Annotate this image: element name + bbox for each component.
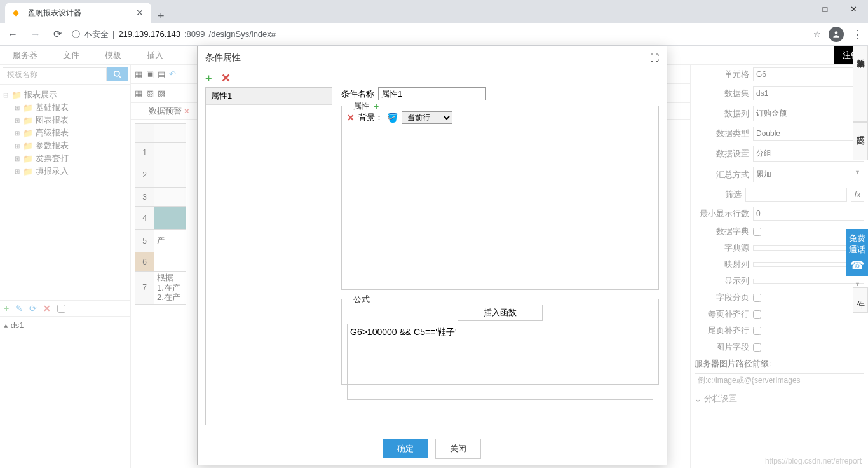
bookmark-icon[interactable]: ☆ <box>813 29 821 39</box>
minimize-icon[interactable]: — <box>635 53 644 63</box>
browser-navbar: ← → ⟳ ⓘ 不安全 | 219.139.176.143:8099/desig… <box>0 23 868 46</box>
formula-textarea[interactable]: G6>100000 && C5=='鞋子' <box>347 324 653 400</box>
tab-title: 盈帆报表设计器 <box>28 8 131 18</box>
window-maximize[interactable]: □ <box>811 0 839 18</box>
browser-tabstrip: ◆ 盈帆报表设计器 ✕ + <box>0 0 868 23</box>
forward-icon: → <box>28 26 43 43</box>
window-close[interactable]: ✕ <box>839 0 868 18</box>
condition-list: 属性1 <box>205 87 332 425</box>
phone-icon: ☎ <box>848 258 867 272</box>
back-icon[interactable]: ← <box>5 26 20 43</box>
insert-function-button[interactable]: 插入函数 <box>458 305 543 321</box>
close-button[interactable]: 关闭 <box>435 439 481 459</box>
ok-button[interactable]: 确定 <box>383 439 428 458</box>
svg-point-0 <box>835 31 838 34</box>
side-tab-datacell[interactable]: 数据单元格 <box>853 46 868 122</box>
condition-name-input[interactable] <box>378 87 486 100</box>
maximize-icon[interactable]: ⛶ <box>650 53 659 63</box>
side-tab-advanced[interactable]: 高级 <box>853 122 868 160</box>
url-host: 219.139.176.143 <box>118 29 180 39</box>
window-minimize[interactable]: — <box>782 0 811 18</box>
new-tab-button[interactable]: + <box>151 10 171 23</box>
security-warning: 不安全 <box>84 29 109 40</box>
favicon-icon: ◆ <box>13 8 23 18</box>
delete-condition-icon[interactable]: ✕ <box>221 71 231 85</box>
bg-target-select[interactable]: 当前行 <box>402 111 452 124</box>
browser-tab[interactable]: ◆ 盈帆报表设计器 ✕ <box>5 3 151 23</box>
side-tab-condition[interactable]: 件 <box>853 287 868 313</box>
paint-bucket-icon[interactable]: 🪣 <box>387 113 398 123</box>
menu-icon[interactable]: ⋮ <box>851 27 863 41</box>
dialog-titlebar[interactable]: 条件属性 — ⛶ <box>198 46 667 69</box>
add-condition-icon[interactable]: + <box>205 72 212 85</box>
dialog-title: 条件属性 <box>205 52 628 64</box>
profile-avatar[interactable] <box>829 27 844 42</box>
attribute-row: ✕ 背景： 🪣 当前行 <box>347 111 653 124</box>
url-bar[interactable]: ⓘ 不安全 | 219.139.176.143:8099/designSys/i… <box>72 29 806 40</box>
formula-fieldset: 公式 插入函数 G6>100000 && C5=='鞋子' <box>341 299 659 385</box>
attributes-fieldset: 属性+ ✕ 背景： 🪣 当前行 <box>341 106 659 290</box>
delete-attr-icon[interactable]: ✕ <box>347 113 355 123</box>
condition-property-dialog: 条件属性 — ⛶ + ✕ 属性1 条件名称 属性+ ✕ 背景： 🪣 当前行 <box>197 46 667 465</box>
info-icon[interactable]: ⓘ <box>72 29 80 40</box>
reload-icon[interactable]: ⟳ <box>51 25 64 43</box>
watermark: https://blog.csdn.net/efreport <box>765 457 862 465</box>
add-attr-icon[interactable]: + <box>374 101 379 111</box>
free-call-widget[interactable]: 免费 通话 ☎ <box>846 229 868 276</box>
tab-close-icon[interactable]: ✕ <box>136 8 144 18</box>
condition-list-item[interactable]: 属性1 <box>206 88 332 105</box>
condition-name-label: 条件名称 <box>341 88 374 100</box>
